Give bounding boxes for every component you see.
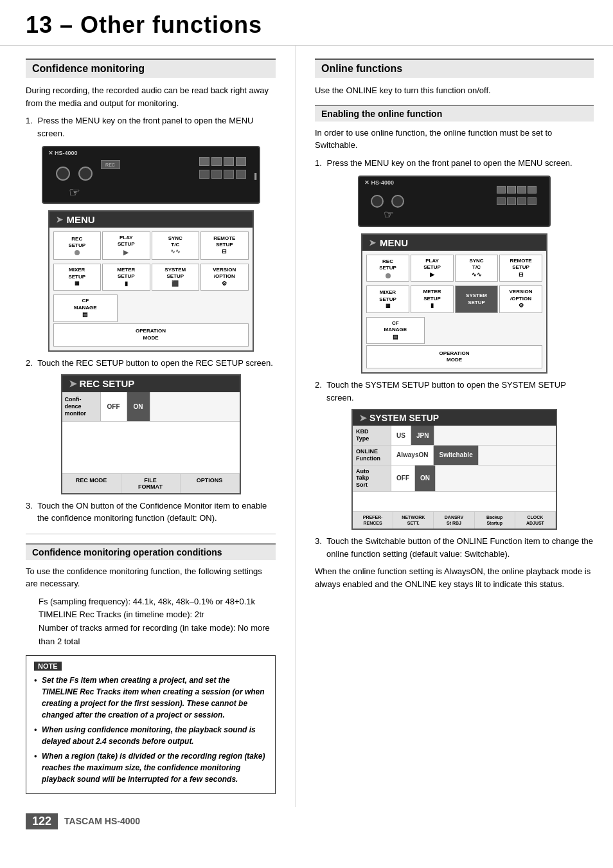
step-1-text: Press the MENU key on the front panel to… [37,116,253,138]
online-step-2: 2. Touch the SYSTEM SETUP button to open… [315,379,594,404]
device-label-right: ✕ HS-4000 [364,179,394,186]
menu-box-right: ➤ MENU RECSETUP PLAYSETUP ▶ SYNCT/C ∿∿ R… [361,233,547,374]
condition-1: Fs (sampling frequency): 44.1k, 48k, 48k… [39,595,276,609]
r-cf-icon: ▤ [393,334,398,341]
menu-cell-operation[interactable]: OPERATIONMODE [53,323,249,347]
step-1-num: 1. [26,116,33,125]
menu-r-version[interactable]: VERSION/OPTION ⚙ [499,285,542,312]
step-2-num: 2. [26,358,33,368]
device-circle-r1 [371,195,384,208]
btn-r1 [199,157,209,166]
menu-cell-sync[interactable]: SYNCT/C ∿∿ [152,231,200,260]
btn-r2 [211,157,222,166]
menu-cell-meter[interactable]: METERSETUP ▮ [102,264,150,291]
file-format-btn[interactable]: FILEFORMAT [121,474,181,493]
device-right-btns [497,186,537,194]
menu-r-system[interactable]: SYSTEMSETUP [455,285,498,312]
online-step-1-list: 1. Press the MENU key on the front panel… [315,157,594,170]
sys-alwayson-btn[interactable]: AlwaysON [391,446,434,465]
gbtn2 [211,170,222,179]
menu-r-meter[interactable]: METERSETUP ▮ [411,285,454,312]
hand-icon-right: ☞ [384,208,394,222]
menu-r-sync[interactable]: SYNCT/C ∿∿ [455,255,498,282]
note-item-3: When a region (take) is divided or the r… [34,750,267,785]
mixer-icon: ▦ [75,280,80,287]
sys-prefer-btn[interactable]: PREFER-RENCES [353,512,393,529]
confidence-row: Confi-dencemonitor OFF ON [62,392,240,421]
menu-box-left: ➤ MENU RECSETUP PLAYSETUP ▶ SYNCT/C ∿∿ R… [48,210,254,352]
sys-setup-title: ➤SYSTEM SETUP [353,410,556,426]
device-right-grid [497,197,537,205]
rec-setup-body [62,422,240,473]
r-sync-icon: ∿∿ [472,271,482,279]
sys-network-btn[interactable]: NETWORKSETT. [393,512,434,529]
menu-r-rec[interactable]: RECSETUP [366,255,409,282]
device-grid-btns [199,170,246,179]
menu-cell-play[interactable]: PLAYSETUP ▶ [102,231,150,260]
sys-on-btn[interactable]: ON [415,466,436,491]
note-item-1: Set the Fs item when creating a project,… [34,674,267,721]
left-column: Confidence monitoring During recording, … [0,46,296,807]
rec-on-btn[interactable]: ON [127,392,150,420]
divider-1 [26,534,276,534]
r-play-icon: ▶ [430,271,434,279]
rec-setup-box: ➤REC SETUP Confi-dencemonitor OFF ON REC… [61,374,241,494]
sys-us-btn[interactable]: US [391,426,411,445]
sys-backup-btn[interactable]: BackupStartup [475,512,515,529]
sys-switchable-btn[interactable]: Switchable [434,446,478,465]
options-btn[interactable]: OPTIONS [181,474,240,493]
device-image-right: ✕ HS-4000 ☞ [358,176,551,227]
confidence-steps: 1. Press the MENU key on the front panel… [26,114,276,140]
menu-cell-cf[interactable]: CFMANAGE ▤ [53,294,118,321]
rec-mode-btn[interactable]: REC MODE [62,474,121,493]
sys-online-label: ONLINEFunction [353,446,391,465]
rec-off-btn[interactable]: OFF [101,392,127,420]
device-rec-label: REC [101,160,120,169]
menu-cell-version[interactable]: VERSION/OPTION ⚙ [200,264,249,291]
confidence-monitoring-intro: During recording, the recorded audio can… [26,84,276,109]
system-setup-box: ➤SYSTEM SETUP KBDType US JPN ONLINEFunct… [351,409,557,530]
step-2-text: Touch the REC SETUP button to open the R… [37,358,273,368]
online-step-3: 3. Touch the Switchable button of the ON… [315,535,594,560]
menu-r-operation[interactable]: OPERATIONMODE [366,345,542,368]
device-buttons-right [199,157,246,166]
menu-grid-right-row1: RECSETUP PLAYSETUP ▶ SYNCT/C ∿∿ REMOTESE… [362,251,546,285]
rec-setup-footer: REC MODE FILEFORMAT OPTIONS [62,473,240,493]
menu-r-mixer[interactable]: MIXERSETUP ▦ [366,285,409,312]
menu-r-remote[interactable]: REMOTESETUP ⊟ [499,255,542,282]
gbtn1 [199,170,209,179]
online-step-3-list: 3. Touch the Switchable button of the ON… [315,535,594,560]
menu-cell-remote[interactable]: REMOTESETUP ⊟ [200,231,249,260]
online-step-2-text: Touch the SYSTEM SETUP button to open th… [326,380,566,402]
menu-r-cf[interactable]: CFMANAGE ▤ [366,317,425,344]
step-3-num: 3. [26,501,33,511]
remote-icon: ⊟ [222,248,227,256]
note-list: Set the Fs item when creating a project,… [34,674,267,785]
rec-setup-title: ➤REC SETUP [62,375,240,392]
rb2 [507,186,516,194]
sys-row-auto: AutoTakpSort OFF ON [353,466,556,492]
page-footer: 122 TASCAM HS-4000 [0,807,613,836]
menu-cell-system[interactable]: SYSTEMSETUP ⬛ [152,264,200,291]
note-box: NOTE Set the Fs item when creating a pro… [26,655,276,794]
conditions-title: Confidence monitoring operation conditio… [26,543,276,560]
menu-cell-rec[interactable]: RECSETUP [53,231,102,260]
menu-cell-mixer[interactable]: MIXERSETUP ▦ [53,264,102,291]
r-remote-icon: ⊟ [519,271,524,279]
sys-clock-btn[interactable]: CLOCKADJUST [515,512,556,529]
online-step-3-num: 3. [315,536,322,546]
cf-icon: ▤ [82,311,88,319]
online-step-3-text: Touch the Switchable button of the ONLIN… [326,536,593,559]
step-3-text: Touch the ON button of the Confidence Mo… [37,501,267,523]
rg1 [497,197,506,205]
sys-dansrv-btn[interactable]: DANSRVSt RBJ [434,512,474,529]
device-knob-1 [56,167,70,181]
sys-off-btn[interactable]: OFF [391,466,415,491]
btn-r3 [224,157,234,166]
page-header: 13 – Other functions [0,0,613,46]
menu-r-play[interactable]: PLAYSETUP ▶ [411,255,454,282]
online-step-1-text: Press the MENU key on the front panel to… [326,158,572,168]
sys-kbd-label: KBDType [353,426,391,445]
menu-label-right: MENU [380,237,408,248]
sys-jpn-btn[interactable]: JPN [411,426,434,445]
